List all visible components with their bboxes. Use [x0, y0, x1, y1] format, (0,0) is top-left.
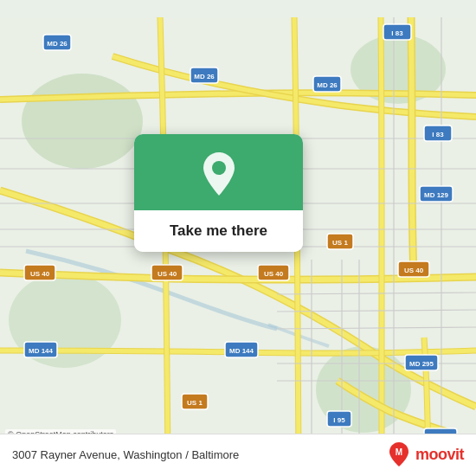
location-pin-icon — [198, 153, 240, 195]
svg-text:MD 26: MD 26 — [317, 81, 338, 89]
svg-text:MD 144: MD 144 — [29, 347, 54, 355]
svg-text:MD 129: MD 129 — [424, 191, 449, 199]
svg-text:US 40: US 40 — [30, 270, 50, 278]
svg-text:I 83: I 83 — [391, 29, 403, 37]
moovit-icon: M — [386, 441, 412, 467]
moovit-wordmark: moovit — [415, 446, 464, 464]
svg-point-54 — [212, 161, 226, 175]
svg-text:MD 26: MD 26 — [47, 40, 68, 48]
svg-text:M: M — [396, 447, 402, 457]
svg-text:MD 26: MD 26 — [194, 73, 215, 80]
svg-text:MD 295: MD 295 — [409, 360, 434, 368]
address-text: 3007 Rayner Avenue, Washington / Baltimo… — [12, 448, 239, 461]
svg-point-1 — [22, 74, 143, 169]
svg-text:US 40: US 40 — [404, 267, 424, 274]
svg-text:I 83: I 83 — [432, 131, 444, 138]
svg-text:US 1: US 1 — [187, 399, 203, 407]
popup-green-area — [134, 134, 303, 210]
take-me-there-button[interactable]: Take me there — [134, 210, 303, 252]
svg-text:US 1: US 1 — [332, 239, 348, 247]
map-container: MD 26 MD 26 MD 26 I 83 I 83 MD 129 US 40… — [0, 0, 476, 476]
bottom-bar: 3007 Rayner Avenue, Washington / Baltimo… — [0, 434, 476, 476]
popup-card: Take me there — [134, 134, 303, 252]
svg-text:US 40: US 40 — [264, 270, 284, 278]
moovit-logo: M moovit — [386, 441, 464, 467]
svg-text:MD 144: MD 144 — [229, 347, 254, 355]
svg-text:I 95: I 95 — [333, 416, 345, 424]
svg-text:US 40: US 40 — [158, 270, 177, 278]
